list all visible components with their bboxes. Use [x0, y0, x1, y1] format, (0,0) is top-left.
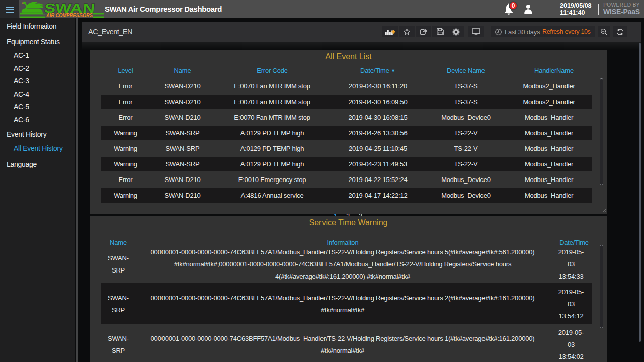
svg-text:AIR COMPRESSORS: AIR COMPRESSORS: [46, 12, 93, 18]
